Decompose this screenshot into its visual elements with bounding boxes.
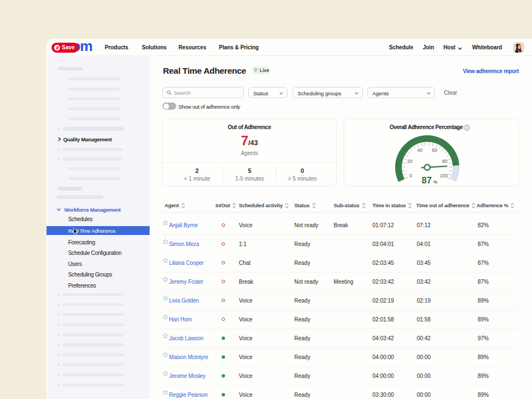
svg-text:60: 60: [432, 147, 438, 153]
svg-text:0: 0: [410, 173, 412, 178]
svg-text:100: 100: [440, 173, 448, 178]
svg-text:%: %: [433, 180, 437, 185]
svg-text:80: 80: [442, 158, 448, 164]
svg-text:87: 87: [422, 176, 432, 185]
svg-text:40: 40: [417, 147, 423, 153]
svg-text:20: 20: [407, 158, 413, 164]
